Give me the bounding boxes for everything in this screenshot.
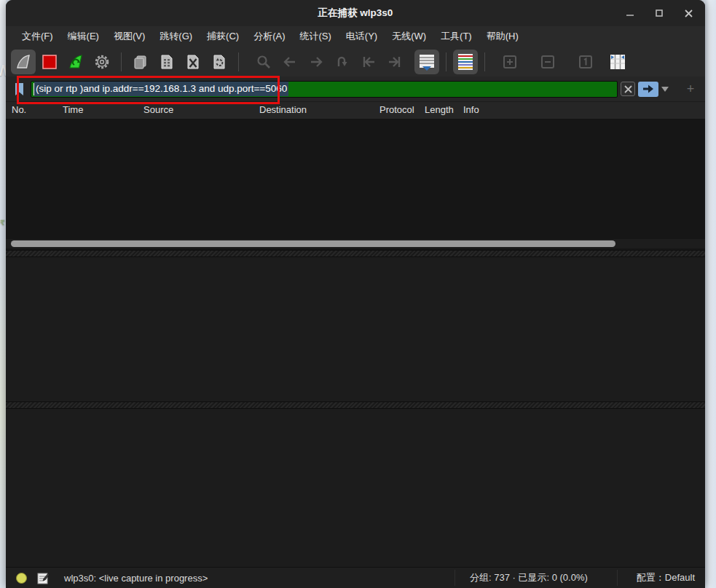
- capture-comment-icon[interactable]: [37, 572, 50, 584]
- pane-splitter-top[interactable]: [6, 251, 705, 256]
- menu-go[interactable]: 跳转(G): [152, 28, 200, 45]
- close-button[interactable]: [679, 4, 698, 23]
- window-title: 正在捕获 wlp3s0: [318, 7, 393, 20]
- titlebar[interactable]: 正在捕获 wlp3s0: [6, 0, 705, 26]
- search-icon: [256, 54, 272, 70]
- shark-fin-icon: [15, 53, 32, 71]
- go-back-button[interactable]: [278, 50, 302, 74]
- profile-text[interactable]: 配置：Default: [632, 571, 695, 584]
- expert-info-icon[interactable]: [16, 573, 27, 584]
- packet-list-header: No. Time Source Destination Protocol Len…: [6, 102, 705, 119]
- display-filter-value: (sip or rtp )and ip.addr==192.168.1.3 an…: [34, 82, 288, 96]
- toolbar-separator: [484, 52, 485, 71]
- zoom-in-icon: [503, 55, 517, 69]
- main-toolbar: [6, 47, 705, 77]
- jump-arrow-icon: [334, 54, 350, 70]
- bookmark-icon: [14, 82, 25, 96]
- menu-file[interactable]: 文件(F): [15, 28, 60, 45]
- resize-columns-icon: [608, 52, 627, 71]
- maximize-button[interactable]: [650, 4, 669, 23]
- apply-arrow-icon: [642, 85, 654, 93]
- resize-columns-button[interactable]: [605, 50, 630, 74]
- filter-add-button[interactable]: +: [682, 80, 699, 98]
- save-file-button[interactable]: [154, 50, 179, 74]
- menu-statistics[interactable]: 统计(S): [292, 28, 338, 45]
- capture-options-button[interactable]: [90, 50, 114, 74]
- menu-wireless[interactable]: 无线(W): [385, 28, 433, 45]
- packet-list-pane[interactable]: [6, 119, 705, 251]
- toolbar-separator: [121, 52, 122, 71]
- menu-bar: 文件(F) 编辑(E) 视图(V) 跳转(G) 捕获(C) 分析(A) 统计(S…: [6, 26, 705, 47]
- column-info[interactable]: Info: [463, 104, 479, 115]
- open-file-button[interactable]: [128, 50, 153, 74]
- go-forward-button[interactable]: [304, 50, 329, 74]
- go-last-packet-button[interactable]: [382, 50, 407, 74]
- stop-square-icon: [42, 54, 58, 70]
- zoom-normal-icon: [578, 55, 593, 69]
- column-protocol[interactable]: Protocol: [379, 104, 414, 115]
- go-to-packet-button[interactable]: [330, 50, 355, 74]
- start-capture-button[interactable]: [11, 50, 36, 74]
- column-no[interactable]: No.: [12, 104, 26, 115]
- close-file-button[interactable]: [181, 50, 205, 74]
- arrow-right-icon: [308, 54, 324, 70]
- reload-file-button[interactable]: [207, 50, 232, 74]
- reload-file-icon: [211, 53, 228, 71]
- horizontal-scrollbar-thumb[interactable]: [11, 240, 615, 247]
- menu-capture[interactable]: 捕获(C): [200, 28, 246, 45]
- clear-x-icon: [624, 85, 632, 93]
- zoom-out-button[interactable]: [535, 50, 560, 74]
- capture-status-text: wlp3s0: <live capture in progress>: [64, 573, 208, 584]
- menu-tools[interactable]: 工具(T): [433, 28, 479, 45]
- desktop-background-left: W ₹ ြ: [0, 0, 6, 588]
- packet-bytes-pane[interactable]: [6, 408, 705, 567]
- gear-icon: [93, 53, 111, 71]
- stop-capture-button[interactable]: [37, 50, 62, 74]
- filter-apply-button[interactable]: [638, 82, 658, 97]
- wireshark-window: 正在捕获 wlp3s0 文件(F) 编辑(E) 视图(V) 跳转(G) 捕获(C…: [6, 0, 705, 588]
- menu-analyze[interactable]: 分析(A): [246, 28, 292, 45]
- menu-help[interactable]: 帮助(H): [479, 28, 526, 45]
- auto-scroll-icon: [417, 52, 436, 71]
- zoom-out-icon: [540, 55, 555, 69]
- column-length[interactable]: Length: [425, 104, 454, 115]
- save-file-icon: [158, 53, 176, 71]
- column-time[interactable]: Time: [63, 104, 83, 115]
- pane-splitter-bottom[interactable]: [6, 402, 705, 408]
- chevron-down-icon: [661, 87, 669, 92]
- toolbar-separator: [238, 52, 239, 71]
- menu-edit[interactable]: 编辑(E): [60, 28, 106, 45]
- filter-bookmark-button[interactable]: [10, 79, 28, 98]
- find-packet-button[interactable]: [251, 50, 276, 74]
- packet-details-pane[interactable]: [6, 256, 705, 402]
- filter-dropdown-button[interactable]: [658, 82, 672, 97]
- arrow-to-start-icon: [361, 54, 377, 70]
- colorize-icon: [456, 52, 475, 71]
- arrow-left-icon: [282, 54, 298, 70]
- wallpaper-glyph: ₹: [0, 219, 5, 227]
- display-filter-input[interactable]: (sip or rtp )and ip.addr==192.168.1.3 an…: [31, 81, 618, 98]
- plus-icon: +: [687, 82, 695, 97]
- filter-clear-button[interactable]: [621, 82, 635, 96]
- zoom-in-button[interactable]: [497, 50, 522, 74]
- status-bar: wlp3s0: <live capture in progress> 分组: 7…: [6, 567, 705, 588]
- auto-scroll-button[interactable]: [414, 50, 439, 74]
- restart-capture-button[interactable]: [63, 50, 88, 74]
- close-file-icon: [184, 53, 202, 71]
- column-source[interactable]: Source: [143, 104, 173, 115]
- colorize-packets-button[interactable]: [453, 50, 478, 74]
- filter-bar: (sip or rtp )and ip.addr==192.168.1.3 an…: [6, 77, 705, 102]
- go-first-packet-button[interactable]: [356, 50, 381, 74]
- restart-fin-icon: [67, 53, 84, 71]
- column-destination[interactable]: Destination: [259, 104, 307, 115]
- horizontal-scrollbar[interactable]: [6, 239, 705, 248]
- toolbar-separator: [446, 52, 446, 71]
- minimize-button[interactable]: [621, 4, 640, 23]
- zoom-normal-button[interactable]: [573, 50, 598, 74]
- open-file-icon: [132, 53, 149, 71]
- menu-view[interactable]: 视图(V): [106, 28, 152, 45]
- menu-telephony[interactable]: 电话(Y): [339, 28, 385, 45]
- arrow-to-end-icon: [387, 54, 403, 70]
- desktop-background-right: [705, 0, 716, 588]
- packet-count-text: 分组: 737 · 已显示: 0 (0.0%): [455, 570, 618, 586]
